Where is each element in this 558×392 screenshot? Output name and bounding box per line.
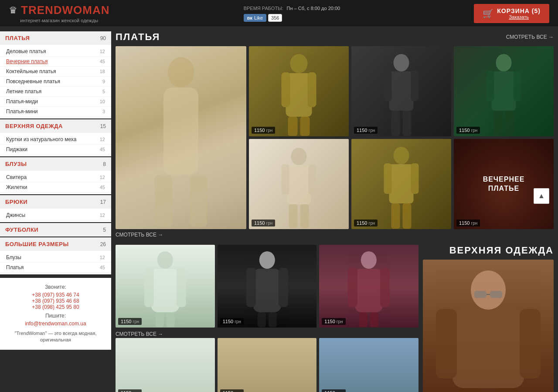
cat-item-label-5-1: Платья: [6, 264, 24, 270]
cat-item-1-1[interactable]: Пиджаки45: [0, 145, 111, 155]
vk-like-button[interactable]: вк Like: [244, 14, 266, 22]
price-badge-3: 1150 грн: [354, 127, 378, 134]
dress-thumb-1[interactable]: 1150 грн: [249, 46, 349, 136]
cart-button[interactable]: 🛒 КОРЗИНА (5) Заказать: [474, 4, 549, 23]
dresses-title: ПЛАТЬЯ: [116, 31, 160, 43]
cat-items-1: Куртки из натурального меха12Пиджаки45: [0, 133, 111, 156]
svg-rect-32: [494, 111, 503, 136]
cat-item-0-6[interactable]: Платья-мини3: [0, 107, 111, 117]
cat-count-3: 17: [100, 199, 106, 205]
sidebar-cat-header-5[interactable]: БОЛЬШИЕ РАЗМЕРЫ26: [0, 237, 111, 251]
svg-rect-21: [403, 111, 412, 136]
outerwear-title: ВЕРХНЯЯ ОДЕЖДА: [423, 245, 554, 256]
outerwear-thumb-3[interactable]: 1150 грн: [319, 245, 418, 328]
svg-rect-47: [355, 269, 383, 312]
cat-item-label-5-0: Блузы: [6, 254, 21, 260]
sidebar-cat-header-0[interactable]: ПЛАТЬЯ90: [0, 31, 111, 45]
cat-item-count-0-1: 45: [100, 59, 105, 64]
svg-rect-13: [309, 164, 316, 195]
sidebar-category-2: БЛУЗЫ8Свитера12Жилетки45: [0, 157, 111, 194]
outerwear-main-image[interactable]: [423, 260, 554, 392]
cat-item-5-0[interactable]: Блузы12: [0, 253, 111, 263]
outerwear-price-2: 1150 грн: [220, 318, 244, 325]
svg-rect-30: [487, 71, 494, 101]
sidebar-cat-header-4[interactable]: ФУТБОЛКИ5: [0, 223, 111, 237]
svg-rect-19: [411, 71, 419, 101]
main-content: ПЛАТЬЯ СМОТРЕТЬ ВСЕ →: [111, 27, 558, 392]
sidebar-cat-header-1[interactable]: ВЕРХНЯЯ ОДЕЖДА15: [0, 119, 111, 133]
cat-item-5-1[interactable]: Платья45: [0, 263, 111, 273]
cart-text-area: КОРЗИНА (5) Заказать: [497, 7, 541, 20]
cat-item-count-2-1: 45: [100, 185, 105, 190]
sidebar-category-0: ПЛАТЬЯ90Деловые платья12Вечерние платья4…: [0, 31, 111, 118]
cat-item-1-0[interactable]: Куртки из натурального меха12: [0, 135, 111, 145]
dress-thumb-5[interactable]: 1150 грн: [454, 46, 554, 136]
cat-item-0-3[interactable]: Повседневные платья9: [0, 77, 111, 87]
dress-thumb-3[interactable]: 1150 грн: [351, 46, 451, 136]
cat-item-count-0-3: 9: [102, 79, 105, 84]
cat-item-0-1[interactable]: Вечерние платья45: [0, 57, 111, 67]
svg-rect-50: [359, 312, 367, 327]
cat-item-0-5[interactable]: Платья-миди10: [0, 97, 111, 107]
cat-item-0-4[interactable]: Летние платья5: [0, 87, 111, 97]
main-dress-image[interactable]: [116, 46, 246, 229]
scroll-to-top-button[interactable]: ▲: [534, 188, 549, 204]
svg-rect-41: [253, 269, 281, 312]
cat-item-count-5-1: 45: [100, 265, 105, 270]
svg-point-10: [291, 148, 307, 165]
cat-count-2: 8: [103, 161, 106, 167]
svg-rect-12: [282, 164, 289, 195]
price-badge-5: 1150 грн: [456, 127, 480, 134]
cat-item-3-0[interactable]: Джинсы12: [0, 210, 111, 220]
outerwear-bottom-price-1: 1150 грн: [118, 389, 142, 392]
outerwear-view-all[interactable]: СМОТРЕТЬ ВСЕ →: [116, 331, 418, 337]
svg-rect-17: [389, 71, 414, 111]
dresses-view-all-bottom[interactable]: СМОТРЕТЬ ВСЕ →: [116, 232, 554, 238]
cat-title-2: БЛУЗЫ: [5, 161, 27, 167]
svg-rect-27: [403, 203, 412, 229]
cat-item-label-2-0: Свитера: [6, 174, 27, 180]
svg-rect-44: [257, 312, 265, 327]
contact-phone[interactable]: +38 (097) 935 46 68: [5, 298, 106, 304]
svg-rect-9: [300, 117, 310, 136]
cat-item-count-3-0: 12: [100, 213, 105, 218]
svg-rect-48: [348, 268, 357, 307]
svg-rect-29: [492, 71, 516, 111]
cat-item-2-1[interactable]: Жилетки45: [0, 182, 111, 193]
dress-thumb-6[interactable]: ВЕЧЕРНЕЕПЛАТЬЕ 1150 грн: [454, 139, 554, 229]
outerwear-bottom-3[interactable]: 1150 грн: [319, 338, 418, 392]
sidebar-cat-header-2[interactable]: БЛУЗЫ8: [0, 157, 111, 171]
cat-item-label-0-3: Повседневные платья: [6, 78, 60, 84]
svg-rect-6: [282, 72, 290, 107]
outerwear-bottom-price-3: 1150 грн: [322, 389, 345, 392]
outerwear-thumb-2[interactable]: 1150 грн: [218, 245, 317, 328]
cat-item-label-0-2: Коктейльные платья: [6, 68, 56, 74]
outerwear-bottom-1[interactable]: 1150 грн: [116, 338, 215, 392]
svg-rect-60: [495, 388, 519, 392]
svg-point-22: [394, 147, 409, 164]
cat-item-0-2[interactable]: Коктейльные платья18: [0, 67, 111, 77]
outerwear-bottom-2[interactable]: 1150 грн: [218, 338, 317, 392]
svg-rect-25: [411, 163, 419, 194]
dress-thumb-2[interactable]: 1150 грн: [249, 139, 349, 229]
dresses-view-all[interactable]: СМОТРЕТЬ ВСЕ →: [506, 34, 554, 40]
dresses-col-2: 1150 грн 1150 грн: [351, 46, 451, 229]
cat-item-0-0[interactable]: Деловые платья12: [0, 47, 111, 57]
vk-label: Like: [254, 15, 263, 20]
contact-phone[interactable]: +38 (097) 935 46 74: [5, 292, 106, 298]
outerwear-thumb-1[interactable]: 1150 грн: [116, 245, 215, 328]
contact-phones: +38 (097) 935 46 74+38 (097) 935 46 68+3…: [5, 292, 106, 310]
dress-thumb-4[interactable]: 1150 грн: [351, 139, 451, 229]
svg-rect-31: [514, 71, 521, 101]
cat-items-3: Джинсы12: [0, 209, 111, 222]
cat-item-2-0[interactable]: Свитера12: [0, 172, 111, 182]
contact-email[interactable]: info@trendwoman.com.ua: [5, 321, 106, 327]
social-bar: вк Like 356: [244, 14, 340, 22]
svg-rect-2: [155, 175, 172, 227]
contact-phone[interactable]: +38 (098) 425 95 80: [5, 304, 106, 310]
svg-rect-35: [151, 269, 179, 312]
dresses-section: ПЛАТЬЯ СМОТРЕТЬ ВСЕ →: [116, 31, 554, 238]
work-hours-value: Пн – Сб, с 8:00 до 20:00: [287, 6, 340, 11]
main-layout: ПЛАТЬЯ90Деловые платья12Вечерние платья4…: [0, 27, 558, 392]
sidebar-cat-header-3[interactable]: БРЮКИ17: [0, 195, 111, 209]
